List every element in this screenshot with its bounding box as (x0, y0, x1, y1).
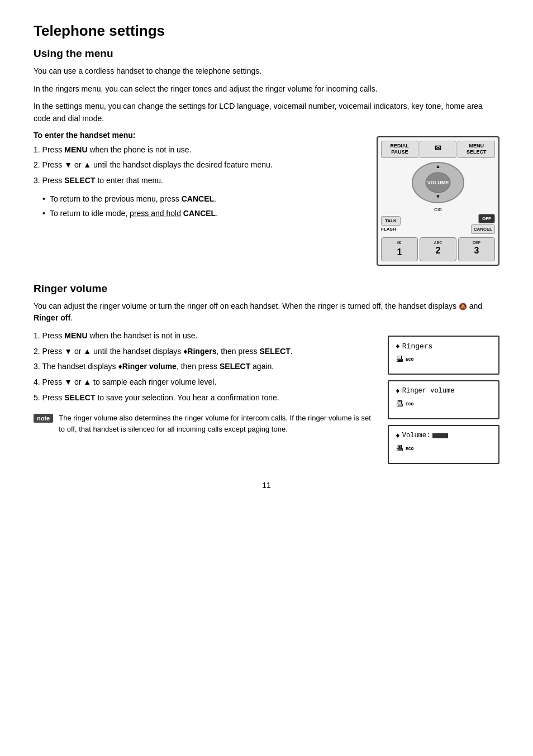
cid-label: CID (381, 207, 495, 212)
steps-list: 1. Press MENU when the phone is not in u… (34, 144, 363, 187)
lcd-2-line2: 🖶ECO (396, 400, 492, 409)
select-bold-5: SELECT (64, 393, 95, 402)
bullet-1-bold: CANCEL (182, 194, 214, 203)
using-menu-section: Using the menu You can use a cordless ha… (34, 47, 499, 266)
off-key: OFF (478, 214, 495, 223)
ringer-steps-list: 1. Press MENU when the handset is not in… (34, 330, 377, 404)
volume-label: VOLUME (427, 180, 449, 186)
ringer-off-icon: 🔕 (459, 303, 467, 310)
talk-flash-keys: TALK FLASH (381, 216, 401, 232)
ringer-step-4: 4. Press ▼ or ▲ to sample each ringer vo… (34, 376, 377, 389)
bullet-2: To return to idle mode, press and hold C… (42, 207, 363, 219)
svg-text:▲: ▲ (436, 164, 441, 169)
lcd-2-line1: ♦Ringer volume (396, 387, 492, 395)
ringer-row: 1. Press MENU when the handset is not in… (34, 330, 499, 464)
lcd-3-diamond: ♦ (396, 432, 400, 440)
eco-label-3: ECO (406, 446, 413, 451)
subsection-title: To enter the handset menu: (34, 131, 363, 140)
lcd-1-line2: 🖶ECO (396, 355, 492, 364)
envelope-icon: ✉ (420, 141, 457, 158)
page-number: 11 (34, 481, 499, 490)
ringers-bold: Ringers (187, 347, 216, 356)
flash-label: FLASH (381, 227, 401, 232)
letters-2: ABC (421, 240, 455, 245)
lcd-3-printer: 🖶 (396, 444, 403, 453)
ringer-volume-heading: Ringer volume (34, 283, 499, 295)
using-menu-heading: Using the menu (34, 47, 499, 60)
eco-label-2: ECO (406, 401, 413, 406)
phone-diagram: REDIALPAUSE ✉ MENUSELECT ▲ ▼ VO (377, 136, 499, 266)
ringer-step-5: 5. Press SELECT to save your selection. … (34, 392, 377, 404)
phone-top-row: REDIALPAUSE ✉ MENUSELECT (381, 141, 495, 158)
step-2: 2. Press ▼ or ▲ until the handset displa… (34, 159, 363, 171)
select-bold-2: SELECT (260, 347, 291, 356)
digit-1: 1 (383, 247, 416, 259)
ringer-step-1: 1. Press MENU when the handset is not in… (34, 330, 377, 342)
ringer-step-3: 3. The handset displays ♦Ringer volume, … (34, 361, 377, 373)
key-2: ABC2 (420, 237, 456, 261)
bullet-1: To return to the previous menu, press CA… (42, 193, 363, 205)
ringer-step-1-bold: MENU (64, 331, 87, 340)
cancel-key: CANCEL (471, 224, 495, 234)
lcd-screen-2: ♦Ringer volume 🖶ECO (388, 380, 499, 419)
lcd-volume-bar (432, 433, 448, 438)
digit-2: 2 (421, 245, 455, 257)
note-box: note The ringer volume also determines t… (34, 413, 377, 434)
lcd-3-line2: 🖶ECO (396, 444, 492, 453)
lcd-screen-1: ♦Ringers 🖶ECO (388, 336, 499, 375)
lcd-2-diamond: ♦ (396, 387, 400, 395)
bullet-2-bold: CANCEL (183, 209, 216, 218)
select-bold-3: SELECT (220, 362, 250, 371)
note-text: The ringer volume also determines the ri… (59, 413, 377, 434)
bullet-2-underline: press and hold (130, 209, 181, 218)
svg-text:▼: ▼ (436, 194, 441, 199)
bullet-list: To return to the previous menu, press CA… (42, 193, 363, 220)
lcd-screens-col: ♦Ringers 🖶ECO ♦Ringer volume 🖶ECO ♦Volum… (388, 336, 499, 464)
step-3-bold: SELECT (64, 176, 95, 185)
talk-key: TALK (381, 216, 401, 226)
lcd-1-line1: ♦Ringers (396, 342, 492, 351)
phone-side-keys: TALK FLASH OFF CANCEL (381, 214, 495, 234)
step-1-bold: MENU (64, 145, 87, 154)
steps-left: To enter the handset menu: 1. Press MENU… (34, 131, 363, 266)
lcd-1-text: Ringers (402, 342, 433, 351)
lcd-screen-3: ♦Volume: 🖶ECO (388, 425, 499, 464)
off-cancel-keys: OFF CANCEL (471, 214, 495, 234)
lcd-3-line1: ♦Volume: (396, 432, 492, 440)
letters-3: DEF (460, 240, 493, 245)
step-3: 3. Press SELECT to enter that menu. (34, 175, 363, 187)
page-title: Telephone settings (34, 22, 499, 40)
eco-label-1: ECO (406, 357, 413, 362)
ringer-off-bold: Ringer off (34, 313, 70, 322)
note-label: note (34, 414, 53, 423)
lcd-1-printer: 🖶 (396, 355, 403, 364)
using-menu-para2: In the ringers menu, you can select the … (34, 83, 499, 95)
menu-select-key: MENUSELECT (458, 141, 495, 158)
ringer-volume-section: Ringer volume You can adjust the ringer … (34, 283, 499, 464)
step-1: 1. Press MENU when the phone is not in u… (34, 144, 363, 156)
nav-area: ▲ ▼ VOLUME (381, 160, 495, 205)
using-menu-para3: In the settings menu, you can change the… (34, 101, 499, 125)
lcd-1-diamond: ♦ (396, 342, 400, 351)
redial-pause-key: REDIALPAUSE (381, 141, 418, 158)
using-menu-para1: You can use a cordless handset to change… (34, 65, 499, 78)
ringer-step-2: 2. Press ▼ or ▲ until the handset displa… (34, 346, 377, 358)
lcd-2-printer: 🖶 (396, 400, 403, 409)
key-1: ✉1 (381, 237, 418, 261)
key-3: DEF3 (458, 237, 495, 261)
steps-and-image: To enter the handset menu: 1. Press MENU… (34, 131, 499, 266)
lcd-3-text: Volume: (402, 432, 430, 439)
digit-3: 3 (460, 245, 493, 257)
lcd-2-text: Ringer volume (402, 387, 455, 395)
ringer-volume-para1: You can adjust the ringer volume or turn… (34, 300, 499, 324)
ringer-steps-col: 1. Press MENU when the handset is not in… (34, 330, 377, 434)
phone-bottom-row: ✉1 ABC2 DEF3 (381, 237, 495, 261)
phone-diagram-container: REDIALPAUSE ✉ MENUSELECT ▲ ▼ VO (377, 131, 499, 266)
nav-circle-container: ▲ ▼ VOLUME (410, 160, 466, 205)
ringer-volume-bold: Ringer volume (122, 362, 177, 371)
